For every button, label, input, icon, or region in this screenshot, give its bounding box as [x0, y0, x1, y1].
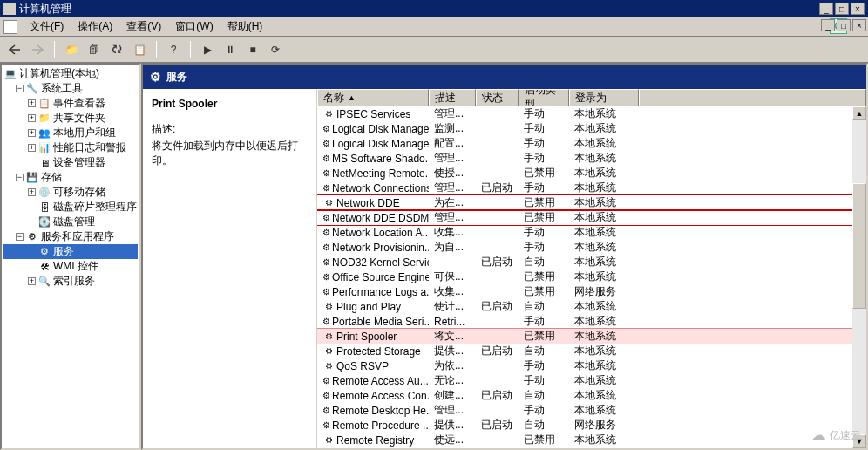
service-row[interactable]: ⚙NetMeeting Remote...使授...已禁用本地系统	[317, 166, 852, 181]
up-level-button[interactable]: 📁	[62, 40, 81, 59]
service-row[interactable]: ⚙Print Spooler将文...已禁用本地系统	[317, 329, 852, 344]
tree-device-mgr[interactable]: 🖥设备管理器	[3, 155, 138, 170]
export-button[interactable]: 📋	[130, 40, 149, 59]
forward-button[interactable]	[28, 40, 47, 59]
expand-icon[interactable]: +	[28, 114, 36, 122]
tree-system-tools[interactable]: −🔧系统工具	[3, 81, 138, 96]
doc-restore-button[interactable]: □	[837, 19, 851, 31]
tree-indexing[interactable]: +🔍索引服务	[3, 274, 138, 289]
service-row[interactable]: ⚙Plug and Play使计...已启动自动本地系统	[317, 299, 852, 314]
expand-icon[interactable]: +	[28, 99, 36, 107]
service-row[interactable]: ⚙Network Location A...收集...手动本地系统	[317, 225, 852, 240]
service-row[interactable]: ⚙Remote Desktop He...管理...手动本地系统	[317, 403, 852, 418]
menu-help[interactable]: 帮助(H)	[220, 17, 270, 36]
service-row[interactable]: ⚙Network DDE为在...已禁用本地系统	[317, 195, 852, 210]
expand-icon[interactable]: +	[28, 188, 36, 196]
scroll-track[interactable]	[852, 120, 866, 434]
service-desc-cell: 管理...	[429, 181, 476, 195]
collapse-icon[interactable]: −	[16, 174, 24, 181]
menu-action[interactable]: 操作(A)	[71, 17, 119, 36]
service-logon-cell: 本地系统	[569, 403, 639, 418]
minimize-button[interactable]: _	[819, 3, 833, 15]
service-row[interactable]: ⚙Network Connections管理...已启动手动本地系统	[317, 181, 852, 195]
service-desc-cell: 配置...	[429, 136, 476, 151]
doc-close-button[interactable]: ×	[852, 19, 866, 31]
menu-file[interactable]: 文件(F)	[23, 17, 71, 36]
tree-root[interactable]: 💻计算机管理(本地)	[3, 66, 138, 81]
service-row[interactable]: ⚙Office Source Engine可保...已禁用本地系统	[317, 269, 852, 284]
service-rows[interactable]: ⚙IPSEC Services管理...手动本地系统⚙Logical Disk …	[317, 106, 852, 448]
tree-defrag[interactable]: 🗄磁盘碎片整理程序	[3, 200, 138, 215]
col-status[interactable]: 状态	[476, 89, 519, 106]
service-icon: ⚙	[322, 197, 335, 209]
service-icon: ⚙	[322, 301, 335, 313]
back-button[interactable]	[5, 40, 24, 59]
play-button[interactable]: ▶	[198, 40, 217, 59]
menu-view[interactable]: 查看(V)	[119, 17, 168, 36]
service-row[interactable]: ⚙NOD32 Kernel Service已启动自动本地系统	[317, 255, 852, 269]
tree-storage[interactable]: −💾存储	[3, 170, 138, 185]
expand-icon[interactable]: +	[28, 129, 36, 137]
service-startup-cell: 已禁用	[519, 284, 569, 299]
tree-local-users[interactable]: +👥本地用户和组	[3, 126, 138, 140]
service-row[interactable]: ⚙Logical Disk Manager监测...手动本地系统	[317, 121, 852, 136]
tree-svc-apps[interactable]: −⚙服务和应用程序	[3, 229, 138, 244]
service-row[interactable]: ⚙QoS RSVP为依...手动本地系统	[317, 358, 852, 373]
tree-event-viewer[interactable]: +📋事件查看器	[3, 96, 138, 111]
service-row[interactable]: ⚙Remote Procedure ...提供...已启动自动网络服务	[317, 418, 852, 433]
tree-label: WMI 控件	[53, 259, 98, 274]
col-desc[interactable]: 描述	[429, 89, 476, 106]
properties-button[interactable]: 🗐	[85, 40, 104, 59]
service-status-cell: 已启动	[476, 344, 519, 358]
tree-disk-mgmt[interactable]: 💽磁盘管理	[3, 215, 138, 229]
service-startup-cell: 手动	[519, 151, 569, 166]
close-button[interactable]: ×	[851, 3, 865, 15]
tree-removable[interactable]: +💿可移动存储	[3, 185, 138, 200]
service-row[interactable]: ⚙Remote Registry使远...已禁用本地系统	[317, 433, 852, 447]
tree-wmi[interactable]: 🛠WMI 控件	[3, 259, 138, 274]
service-row[interactable]: ⚙Performance Logs a...收集...已禁用网络服务	[317, 284, 852, 299]
service-row[interactable]: ⚙IPSEC Services管理...手动本地系统	[317, 106, 852, 121]
expand-icon[interactable]: +	[28, 277, 36, 285]
service-row[interactable]: ⚙Logical Disk Manage...配置...手动本地系统	[317, 136, 852, 151]
tree-label: 可移动存储	[53, 185, 105, 200]
scroll-up-button[interactable]: ▲	[852, 106, 866, 120]
restart-button[interactable]: ⟳	[266, 40, 285, 59]
pause-button[interactable]: ⏸	[220, 40, 240, 59]
col-startup[interactable]: 启动类型	[519, 89, 569, 106]
help-button[interactable]: ?	[164, 40, 183, 59]
device-icon: 🖥	[37, 156, 51, 170]
maximize-button[interactable]: □	[835, 3, 849, 15]
doc-minimize-button[interactable]: _	[821, 19, 835, 31]
scroll-down-button[interactable]: ▼	[852, 434, 866, 448]
col-name[interactable]: 名称▲	[317, 89, 429, 106]
tree-perf-logs[interactable]: +📊性能日志和警报	[3, 140, 138, 155]
service-row[interactable]: ⚙Protected Storage提供...已启动自动本地系统	[317, 344, 852, 358]
tree-label: 索引服务	[53, 274, 95, 289]
collapse-icon[interactable]: −	[16, 233, 24, 241]
service-startup-cell: 已禁用	[519, 433, 569, 447]
users-icon: 👥	[37, 126, 51, 140]
service-desc-cell: 可保...	[429, 269, 476, 284]
service-logon-cell: 本地系统	[569, 314, 639, 329]
defrag-icon: 🗄	[37, 201, 51, 215]
service-row[interactable]: ⚙Network DDE DSDM管理...已禁用本地系统	[317, 210, 852, 225]
collapse-icon[interactable]: −	[16, 85, 24, 92]
menu-window[interactable]: 窗口(W)	[168, 17, 220, 36]
tree-view[interactable]: 💻计算机管理(本地) −🔧系统工具 +📋事件查看器 +📁共享文件夹 +👥本地用户…	[0, 63, 141, 450]
expand-icon[interactable]: +	[28, 144, 36, 152]
service-row[interactable]: ⚙MS Software Shado...管理...手动本地系统	[317, 151, 852, 166]
service-row[interactable]: ⚙Network Provisionin...为自...手动本地系统	[317, 240, 852, 255]
service-row[interactable]: ⚙Remote Access Con...创建...已启动自动本地系统	[317, 388, 852, 403]
service-row[interactable]: ⚙Portable Media Seri...Retri...手动本地系统	[317, 314, 852, 329]
tree-shared-folders[interactable]: +📁共享文件夹	[3, 111, 138, 126]
col-logon[interactable]: 登录为	[569, 89, 639, 106]
service-name-cell: Logical Disk Manage...	[332, 138, 429, 150]
scroll-thumb[interactable]	[852, 183, 866, 309]
service-row[interactable]: ⚙Remote Access Au...无论...手动本地系统	[317, 373, 852, 388]
service-startup-cell: 自动	[519, 299, 569, 314]
stop-button[interactable]: ■	[243, 40, 262, 59]
tree-services[interactable]: ⚙服务	[3, 244, 138, 259]
vertical-scrollbar[interactable]: ▲ ▼	[852, 106, 866, 448]
refresh-button[interactable]: 🗘	[107, 40, 126, 59]
